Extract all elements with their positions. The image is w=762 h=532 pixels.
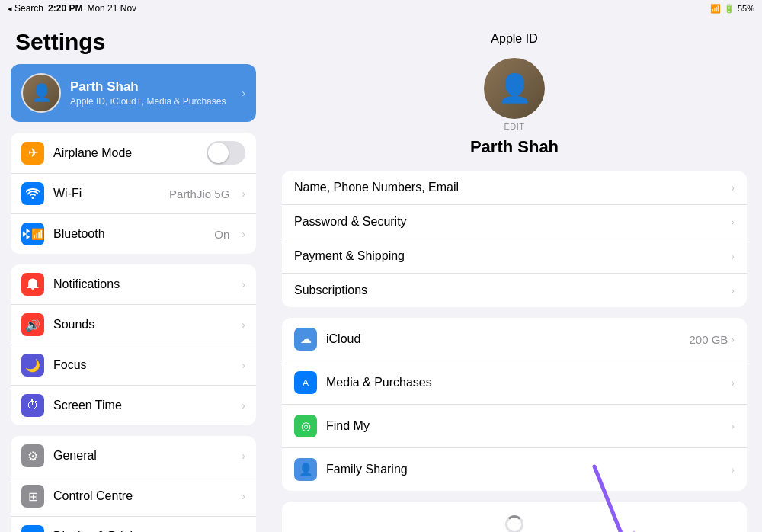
screen-time-label: Screen Time — [53, 399, 232, 412]
general-icon: ⚙ — [21, 444, 44, 467]
wifi-label: Wi-Fi — [53, 187, 160, 200]
control-centre-label: Control Centre — [53, 489, 232, 503]
airplane-mode-toggle[interactable] — [207, 141, 245, 165]
display-brightness-icon: AA — [21, 525, 44, 532]
name-phone-label: Name, Phone Numbers, Email — [294, 181, 731, 194]
profile-card[interactable]: 👤 Parth Shah Apple ID, iCloud+, Media & … — [11, 64, 256, 122]
sidebar-item-airplane-mode[interactable]: ✈ Airplane Mode — [11, 133, 256, 174]
icloud-value: 200 GB — [689, 333, 728, 346]
loading-spinner-container — [282, 502, 747, 532]
icloud-icon: ☁ — [294, 328, 317, 351]
find-my-chevron-icon: › — [731, 420, 735, 432]
apple-id-avatar[interactable]: 👤 — [484, 58, 545, 119]
focus-icon: 🌙 — [21, 354, 44, 377]
right-item-family-sharing[interactable]: 👤 Family Sharing › — [282, 448, 747, 491]
notifications-chevron-icon: › — [242, 278, 245, 290]
settings-group-system: Notifications › 🔊 Sounds › 🌙 Focus › ⏱ S… — [11, 264, 256, 425]
main-layout: Settings 👤 Parth Shah Apple ID, iCloud+,… — [0, 17, 762, 532]
payment-chevron-icon: › — [731, 250, 735, 262]
profile-subtitle: Apple ID, iCloud+, Media & Purchases — [70, 96, 232, 107]
wifi-chevron-icon: › — [242, 187, 245, 200]
media-purchases-icon: A — [294, 371, 317, 394]
payment-shipping-label: Payment & Shipping — [294, 249, 731, 263]
subscriptions-label: Subscriptions — [294, 284, 731, 297]
wifi-icon: 📶 — [710, 4, 721, 14]
name-phone-chevron-icon: › — [731, 181, 735, 194]
bluetooth-label: Bluetooth — [53, 227, 205, 241]
notifications-label: Notifications — [53, 277, 232, 291]
notifications-icon — [21, 273, 44, 296]
right-group-account: Name, Phone Numbers, Email › Password & … — [282, 171, 747, 307]
family-sharing-label: Family Sharing — [326, 463, 731, 476]
right-item-media-purchases[interactable]: A Media & Purchases › — [282, 361, 747, 405]
sounds-chevron-icon: › — [242, 319, 245, 331]
control-centre-icon: ⊞ — [21, 485, 44, 508]
status-time: 2:20 PM — [48, 3, 82, 14]
sidebar-item-focus[interactable]: 🌙 Focus › — [11, 345, 256, 386]
screen-time-icon: ⏱ — [21, 394, 44, 417]
sounds-icon: 🔊 — [21, 313, 44, 336]
sidebar-item-control-centre[interactable]: ⊞ Control Centre › — [11, 476, 256, 517]
profile-chevron-icon: › — [242, 87, 245, 99]
media-chevron-icon: › — [731, 377, 735, 389]
sidebar-item-bluetooth[interactable]: 📶 Bluetooth On › — [11, 214, 256, 254]
right-item-icloud[interactable]: ☁ iCloud 200 GB › — [282, 318, 747, 361]
apple-id-name: Parth Shah — [267, 137, 762, 157]
search-status: Search — [8, 3, 43, 14]
find-my-icon: ◎ — [294, 415, 317, 437]
family-sharing-chevron-icon: › — [731, 463, 735, 476]
bluetooth-icon: 📶 — [21, 223, 44, 245]
right-group-services: ☁ iCloud 200 GB › A Media & Purchases › … — [282, 318, 747, 491]
loading-spinner — [505, 515, 523, 532]
settings-group-device: ⚙ General › ⊞ Control Centre › AA Displa… — [11, 436, 256, 532]
subscriptions-chevron-icon: › — [731, 284, 735, 296]
status-bar: Search 2:20 PM Mon 21 Nov 📶 🔋 55% — [0, 0, 762, 17]
sidebar-title: Settings — [0, 17, 267, 64]
bluetooth-value: On — [214, 228, 229, 241]
right-item-subscriptions[interactable]: Subscriptions › — [282, 274, 747, 307]
status-date: Mon 21 Nov — [87, 3, 136, 14]
sidebar: Settings 👤 Parth Shah Apple ID, iCloud+,… — [0, 17, 267, 532]
password-chevron-icon: › — [731, 216, 735, 228]
battery-icon: 🔋 — [724, 4, 735, 14]
general-chevron-icon: › — [242, 450, 245, 462]
status-right: 📶 🔋 55% — [710, 4, 754, 14]
sidebar-item-screen-time[interactable]: ⏱ Screen Time › — [11, 386, 256, 425]
sidebar-item-sounds[interactable]: 🔊 Sounds › — [11, 305, 256, 345]
wifi-value: ParthJio 5G — [169, 187, 229, 200]
sidebar-item-notifications[interactable]: Notifications › — [11, 264, 256, 305]
find-my-label: Find My — [326, 419, 731, 433]
icloud-label: iCloud — [326, 332, 689, 346]
apple-id-header: Apple ID — [267, 17, 762, 58]
family-sharing-icon: 👤 — [294, 458, 317, 481]
right-item-find-my[interactable]: ◎ Find My › — [282, 405, 747, 448]
password-security-label: Password & Security — [294, 215, 731, 229]
right-item-payment-shipping[interactable]: Payment & Shipping › — [282, 239, 747, 274]
general-label: General — [53, 449, 232, 463]
status-left: Search 2:20 PM Mon 21 Nov — [8, 3, 136, 14]
right-item-name-phone[interactable]: Name, Phone Numbers, Email › — [282, 171, 747, 205]
focus-chevron-icon: › — [242, 359, 245, 371]
profile-info: Parth Shah Apple ID, iCloud+, Media & Pu… — [70, 79, 232, 107]
media-purchases-label: Media & Purchases — [326, 376, 731, 389]
apple-id-avatar-wrap: 👤 EDIT — [267, 58, 762, 131]
sidebar-item-wifi[interactable]: Wi-Fi ParthJio 5G › — [11, 174, 256, 214]
profile-name: Parth Shah — [70, 79, 232, 95]
screen-time-chevron-icon: › — [242, 399, 245, 412]
edit-label[interactable]: EDIT — [504, 122, 524, 131]
wifi-settings-icon — [21, 182, 44, 205]
settings-group-connectivity: ✈ Airplane Mode Wi-Fi ParthJio 5G › — [11, 133, 256, 254]
bluetooth-chevron-icon: › — [242, 228, 245, 240]
airplane-mode-label: Airplane Mode — [53, 146, 197, 160]
sidebar-item-general[interactable]: ⚙ General › — [11, 436, 256, 476]
focus-label: Focus — [53, 358, 232, 372]
airplane-mode-icon: ✈ — [21, 142, 44, 165]
sidebar-item-display-brightness[interactable]: AA Display & Brightness › — [11, 517, 256, 532]
avatar: 👤 — [21, 73, 61, 113]
right-content: Name, Phone Numbers, Email › Password & … — [267, 171, 762, 532]
sounds-label: Sounds — [53, 318, 232, 332]
right-panel: Apple ID 👤 EDIT Parth Shah Name, Phone N… — [267, 17, 762, 532]
battery-percent: 55% — [738, 4, 754, 13]
right-item-password-security[interactable]: Password & Security › — [282, 205, 747, 239]
control-centre-chevron-icon: › — [242, 490, 245, 502]
